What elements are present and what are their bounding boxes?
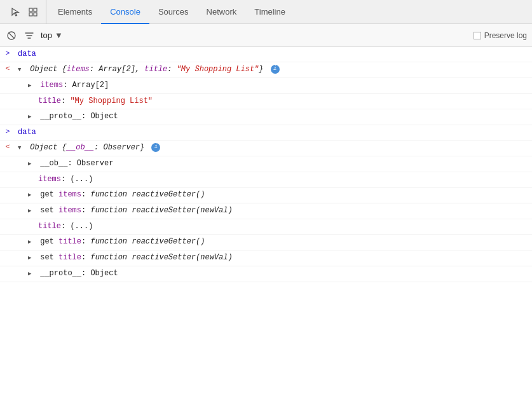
row-gutter bbox=[10, 79, 25, 81]
row-gutter bbox=[10, 158, 25, 159]
console-row: title: (...) bbox=[0, 219, 532, 235]
console-row: __proto__: Object bbox=[0, 266, 532, 282]
prop-colon: : bbox=[81, 237, 90, 246]
prop-key: items bbox=[58, 190, 81, 199]
tab-sources[interactable]: Sources bbox=[149, 1, 198, 24]
prop-value: function reactiveGetter() bbox=[90, 190, 205, 199]
console-row: < Object {__ob__: Observer} i bbox=[0, 140, 532, 156]
console-toolbar: top ▼ Preserve log bbox=[0, 24, 532, 47]
prop-value: function reactiveSetter(newVal) bbox=[90, 253, 232, 262]
svg-rect-3 bbox=[34, 13, 37, 16]
row-gutter bbox=[10, 205, 25, 206]
prop-colon: : bbox=[81, 206, 90, 215]
row-content: get title: function reactiveGetter() bbox=[25, 236, 532, 249]
row-content: title: (...) bbox=[36, 221, 532, 233]
info-badge-2[interactable]: i bbox=[151, 143, 160, 152]
prop-colon: : bbox=[61, 97, 70, 106]
row-content: __proto__: Object bbox=[25, 268, 532, 280]
row-gutter bbox=[10, 236, 25, 237]
prop-key: title bbox=[58, 253, 81, 262]
expand-set-title-icon[interactable] bbox=[28, 252, 36, 264]
row-gutter: > bbox=[0, 48, 15, 57]
svg-rect-0 bbox=[29, 8, 32, 11]
prop-colon: : Object bbox=[81, 112, 118, 121]
row-content: set items: function reactiveSetter(newVa… bbox=[25, 205, 532, 217]
row-gutter: < bbox=[0, 64, 15, 72]
console-row: items: (...) bbox=[0, 172, 532, 188]
row-content: title: "My Shopping List" bbox=[36, 95, 532, 107]
row-gutter bbox=[10, 111, 25, 112]
row-content: data bbox=[15, 48, 532, 60]
prop-key: title bbox=[38, 97, 61, 106]
prop-key: title bbox=[58, 237, 81, 246]
row-content: get items: function reactiveGetter() bbox=[25, 189, 532, 202]
row-content: Object {items: Array[2], title: "My Shop… bbox=[15, 64, 532, 76]
context-label: top bbox=[41, 31, 52, 40]
console-row: set items: function reactiveSetter(newVa… bbox=[0, 203, 532, 219]
row-gutter bbox=[10, 268, 25, 269]
proto-key: __proto__ bbox=[40, 269, 81, 278]
setter-prefix: set bbox=[40, 206, 58, 215]
input-arrow-icon: > bbox=[6, 128, 10, 135]
output-arrow-icon: < bbox=[6, 65, 10, 72]
console-row: __proto__: Object bbox=[0, 109, 532, 125]
clear-button[interactable] bbox=[5, 29, 18, 42]
filter-button[interactable] bbox=[23, 29, 36, 42]
cursor-icon[interactable] bbox=[8, 4, 23, 20]
input-arrow-icon: > bbox=[6, 50, 10, 57]
prop-key: items bbox=[38, 175, 61, 184]
expand-set-items-icon[interactable] bbox=[28, 205, 36, 217]
expand-arrow-icon[interactable] bbox=[18, 64, 25, 76]
tab-timeline[interactable]: Timeline bbox=[245, 1, 294, 24]
row-gutter bbox=[10, 189, 25, 190]
row-gutter bbox=[10, 252, 25, 253]
console-row: > data bbox=[0, 125, 532, 140]
tab-console[interactable]: Console bbox=[101, 1, 149, 24]
console-row: items: Array[2] bbox=[0, 78, 532, 94]
tab-network[interactable]: Network bbox=[198, 1, 246, 24]
console-input-text: data bbox=[18, 50, 36, 58]
devtools-icons bbox=[3, 0, 46, 24]
info-badge[interactable]: i bbox=[271, 65, 280, 74]
tabs: Elements Console Sources Network Timelin… bbox=[46, 0, 294, 24]
setter-prefix: set bbox=[40, 253, 58, 262]
preserve-log-checkbox[interactable] bbox=[474, 32, 481, 39]
row-content: __ob__: Observer bbox=[25, 158, 532, 170]
expand-proto-icon[interactable] bbox=[28, 111, 36, 123]
context-dropdown-arrow: ▼ bbox=[55, 31, 63, 40]
object-summary: Object {__ob__: Observer} bbox=[30, 143, 144, 152]
svg-rect-2 bbox=[29, 13, 32, 16]
inspect-icon[interactable] bbox=[25, 4, 41, 20]
prop-colon: : Observer bbox=[67, 159, 113, 168]
preserve-log-control[interactable]: Preserve log bbox=[474, 31, 527, 40]
console-row: < Object {items: Array[2], title: "My Sh… bbox=[0, 62, 532, 78]
console-output: > data < Object {items: Array[2], title:… bbox=[0, 47, 532, 417]
row-content: __proto__: Object bbox=[25, 111, 532, 123]
prop-colon: : (...) bbox=[61, 175, 93, 184]
tab-bar: Elements Console Sources Network Timelin… bbox=[0, 0, 532, 24]
row-gutter: < bbox=[0, 142, 15, 151]
row-content: items: Array[2] bbox=[25, 79, 532, 92]
expand-ob-icon[interactable] bbox=[28, 158, 36, 170]
tab-elements[interactable]: Elements bbox=[49, 1, 101, 24]
console-row: set title: function reactiveSetter(newVa… bbox=[0, 250, 532, 266]
object-summary: Object {items: Array[2], title: "My Shop… bbox=[30, 65, 263, 74]
prop-value: "My Shopping List" bbox=[70, 97, 153, 106]
getter-prefix: get bbox=[40, 190, 58, 199]
prop-colon: : Object bbox=[81, 269, 118, 278]
preserve-log-label: Preserve log bbox=[484, 31, 527, 40]
prop-key: items bbox=[58, 206, 81, 215]
expand-items-icon[interactable] bbox=[28, 80, 36, 92]
row-content: set title: function reactiveSetter(newVa… bbox=[25, 252, 532, 264]
context-selector[interactable]: top ▼ bbox=[41, 31, 63, 40]
output-arrow-icon: < bbox=[6, 143, 10, 151]
row-gutter bbox=[20, 174, 36, 175]
svg-rect-1 bbox=[34, 8, 37, 11]
row-gutter bbox=[20, 95, 36, 97]
expand-arrow-icon[interactable] bbox=[18, 142, 25, 154]
expand-get-items-icon[interactable] bbox=[28, 189, 36, 201]
expand-proto2-icon[interactable] bbox=[28, 268, 36, 280]
console-row: > data bbox=[0, 47, 532, 62]
console-input-text: data bbox=[18, 128, 36, 137]
expand-get-title-icon[interactable] bbox=[28, 236, 36, 248]
